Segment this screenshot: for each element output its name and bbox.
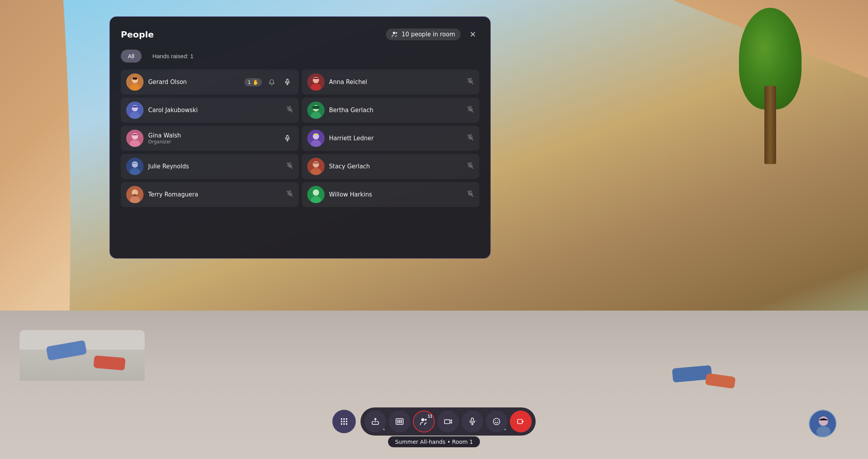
panel-header: People 10 people in room ✕ (121, 28, 479, 41)
avatar (307, 130, 325, 147)
svg-rect-79 (518, 420, 522, 424)
list-item: Terry Romaguera (121, 182, 299, 207)
filmstrip-button[interactable] (389, 411, 411, 432)
list-item: Bertha Gerlach (302, 98, 480, 123)
svg-point-49 (133, 194, 137, 196)
list-item: Willow Harkins (302, 182, 480, 207)
svg-rect-72 (445, 420, 450, 423)
svg-rect-63 (341, 423, 343, 425)
mic-off-icon (286, 106, 293, 113)
svg-point-26 (132, 133, 138, 139)
mic-btn-gina[interactable] (282, 132, 293, 144)
svg-point-78 (497, 420, 498, 421)
muted-icon (467, 190, 474, 199)
people-grid: Gerard Olson 1 ✋ (121, 70, 479, 207)
julie-avatar (126, 158, 143, 175)
people-button[interactable]: 11 (413, 411, 435, 432)
terry-avatar (126, 186, 143, 203)
mic-off-icon (467, 190, 474, 197)
gina-avatar (126, 130, 143, 147)
leave-button[interactable] (510, 411, 532, 432)
hand-badge: 1 ✋ (244, 78, 262, 86)
muted-icon (467, 162, 474, 171)
mic-off-icon (467, 78, 474, 85)
list-item: Harriett Ledner (302, 126, 480, 151)
svg-rect-6 (286, 79, 288, 82)
avatar (126, 73, 143, 91)
list-item: Julie Reynolds (121, 154, 299, 179)
mic-off-icon (467, 134, 474, 141)
bertha-avatar (307, 102, 325, 119)
svg-rect-57 (341, 418, 343, 420)
camera-button[interactable] (437, 411, 459, 432)
svg-rect-60 (341, 421, 343, 422)
tree-trunk (764, 86, 776, 164)
person-actions (467, 134, 474, 143)
hand-emoji: ✋ (253, 79, 259, 85)
share-button[interactable]: ▲ (364, 411, 386, 432)
avatar (307, 102, 325, 119)
toolbar-pill: ▲ 11 (360, 407, 536, 436)
list-item: Gina Walsh Organizer (121, 126, 299, 151)
tooltip-text: Summer All-hands • Room 1 (395, 439, 473, 445)
avatar (307, 186, 325, 203)
muted-icon (286, 190, 293, 199)
hand-count: 1 (247, 79, 251, 85)
person-name: Willow Harkins (329, 191, 463, 198)
svg-rect-69 (401, 420, 402, 423)
person-actions (467, 106, 474, 114)
apps-button[interactable] (332, 410, 356, 433)
tab-hands-raised[interactable]: Hands raised: 1 (145, 50, 201, 63)
share-icon (371, 417, 380, 426)
people-count-badge: 10 people in room (386, 29, 461, 40)
harriett-avatar (307, 130, 325, 147)
person-info: Bertha Gerlach (329, 107, 463, 114)
tab-all[interactable]: All (121, 50, 142, 63)
willow-avatar (307, 186, 325, 203)
avatar (126, 102, 143, 119)
person-info: Carol Jakubowski (148, 107, 282, 114)
couch (20, 330, 145, 381)
filmstrip-icon (395, 417, 404, 426)
mic-icon (284, 135, 291, 142)
person-name: Harriett Ledner (329, 135, 463, 142)
svg-point-81 (819, 416, 828, 426)
person-actions (286, 162, 293, 171)
mic-off-icon (286, 190, 293, 197)
anna-avatar (307, 73, 325, 91)
people-panel: People 10 people in room ✕ All Hands rai… (109, 16, 491, 259)
svg-point-53 (313, 189, 319, 196)
emoji-button[interactable]: ▲ (486, 411, 508, 432)
person-info: Harriett Ledner (329, 135, 463, 142)
svg-rect-62 (346, 421, 348, 422)
muted-icon (286, 106, 293, 114)
svg-rect-65 (346, 423, 348, 425)
person-info: Terry Romaguera (148, 191, 282, 198)
tree (731, 8, 809, 164)
muted-icon (467, 106, 474, 114)
person-info: Gerard Olson (148, 79, 240, 86)
close-button[interactable]: ✕ (466, 28, 479, 41)
person-actions (286, 190, 293, 199)
svg-rect-22 (312, 106, 319, 109)
person-name: Julie Reynolds (148, 163, 282, 170)
person-name: Terry Romaguera (148, 191, 282, 198)
mic-off-icon (467, 162, 474, 169)
avatar (307, 158, 325, 175)
svg-rect-64 (343, 423, 345, 425)
stacy-avatar (307, 158, 325, 175)
bell-icon (268, 79, 275, 86)
emoji-icon (492, 417, 501, 426)
list-item: Anna Reichel (302, 70, 480, 95)
people-toolbar-icon (420, 417, 428, 426)
person-info: Gina Walsh Organizer (148, 132, 277, 145)
person-actions (467, 78, 474, 86)
apps-icon (340, 417, 348, 426)
notification-btn[interactable] (266, 76, 278, 88)
mic-btn-gerard[interactable] (282, 76, 293, 88)
mic-toolbar-button[interactable] (461, 411, 483, 432)
person-name: Carol Jakubowski (148, 107, 282, 114)
svg-rect-5 (133, 77, 137, 80)
svg-rect-67 (397, 420, 399, 423)
mic-icon (284, 79, 291, 86)
